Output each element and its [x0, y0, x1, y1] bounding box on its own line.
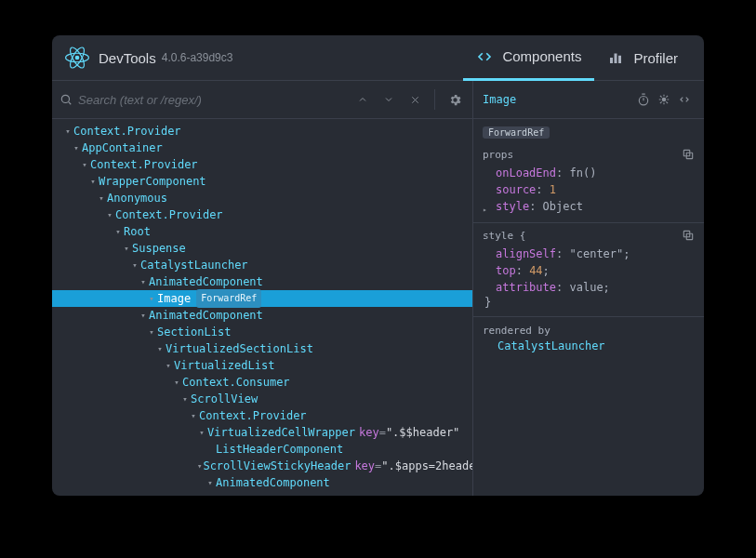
rendered-by-section: rendered by CatalystLauncher [473, 317, 704, 363]
expand-arrow-icon[interactable]: ▾ [197, 458, 202, 474]
prop-value[interactable]: Object [543, 200, 583, 213]
prop-row[interactable]: ▸style: Object [483, 198, 695, 215]
component-name: Suspense [132, 240, 186, 257]
expand-arrow-icon[interactable]: ▾ [189, 407, 198, 424]
tree-node[interactable]: ▾VirtualizedSectionList [52, 340, 472, 357]
next-match-button[interactable] [378, 89, 399, 110]
expand-arrow-icon[interactable]: ▾ [180, 391, 190, 407]
component-name: Root [124, 223, 151, 240]
svg-line-8 [69, 102, 72, 105]
tree-node[interactable]: ▾Context.Provider [52, 407, 472, 424]
copy-icon[interactable] [682, 148, 695, 161]
search-row [52, 81, 472, 119]
component-name: SectionList [157, 324, 231, 340]
expand-triangle-icon[interactable]: ▸ [483, 202, 487, 219]
tree-node[interactable]: ▾SectionList [52, 324, 472, 340]
expand-arrow-icon[interactable]: ▾ [197, 424, 206, 441]
component-name: VirtualizedCellWrapper [207, 424, 355, 441]
tree-node[interactable]: ▾ScrollViewStickyHeaderkey=".$apps=2head… [52, 458, 472, 474]
prop-value[interactable]: 44 [529, 264, 542, 277]
key-label: key [354, 458, 375, 474]
expand-arrow-icon[interactable]: ▾ [88, 173, 98, 190]
component-name: Anonymous [107, 190, 167, 206]
tree-node[interactable]: ▾Root [52, 223, 472, 240]
expand-arrow-icon[interactable]: ▾ [139, 307, 148, 324]
prev-match-button[interactable] [352, 89, 373, 110]
close-icon [410, 95, 420, 105]
prop-value[interactable]: "center" [569, 247, 623, 260]
rendered-by-link[interactable]: CatalystLauncher [483, 337, 695, 355]
settings-button[interactable] [444, 89, 465, 110]
tree-node[interactable]: ▾AnimatedComponent [52, 273, 472, 290]
tree-node[interactable]: ListHeaderComponent [52, 441, 472, 458]
svg-line-20 [666, 101, 668, 103]
tree-node[interactable]: ▾WrapperComponent [52, 173, 472, 190]
tree-node[interactable]: ▾Context.Provider [52, 206, 472, 223]
component-tree[interactable]: ▾Context.Provider▾AppContainer▾Context.P… [52, 119, 472, 496]
code-icon [678, 93, 691, 106]
component-name: WrapperComponent [99, 173, 206, 190]
inspector-header: Image [473, 81, 704, 119]
prop-row[interactable]: alignSelf: "center"; [483, 246, 695, 262]
expand-arrow-icon[interactable]: ▾ [172, 374, 181, 391]
copy-icon[interactable] [682, 229, 695, 242]
tree-node[interactable]: ▾Context.Provider [52, 156, 472, 173]
expand-arrow-icon[interactable]: ▾ [122, 240, 131, 257]
tab-components[interactable]: Components [463, 35, 594, 81]
tree-node[interactable]: ▾Context.Provider [52, 123, 472, 140]
app-version: 4.0.6-a39d9c3 [162, 51, 233, 64]
search-input[interactable] [78, 93, 347, 107]
expand-arrow-icon[interactable]: ▾ [105, 206, 114, 223]
component-name: CatalystLauncher [140, 257, 248, 273]
tree-node[interactable]: ▾AnimatedComponent [52, 307, 472, 324]
tree-node[interactable]: ▾AppContainer [52, 140, 472, 156]
expand-arrow-icon[interactable]: ▾ [63, 123, 73, 140]
devtools-window: DevTools 4.0.6-a39d9c3 Components Profil… [52, 35, 704, 496]
expand-arrow-icon[interactable]: ▾ [164, 357, 173, 374]
tree-node[interactable]: ▾Suspense [52, 240, 472, 257]
prop-row[interactable]: attribute: value; [483, 279, 695, 296]
prop-name: top [496, 264, 516, 277]
bar-chart-icon [607, 49, 624, 66]
expand-arrow-icon[interactable]: ▾ [155, 340, 165, 357]
tree-node[interactable]: ▾CatalystLauncher [52, 257, 472, 273]
tab-profiler[interactable]: Profiler [594, 35, 691, 81]
prop-name: attribute [496, 281, 556, 294]
expand-arrow-icon[interactable]: ▾ [72, 140, 81, 156]
bug-icon [657, 93, 670, 106]
expand-arrow-icon[interactable]: ▾ [80, 156, 89, 173]
code-icon [476, 48, 493, 65]
section-title-renderedby: rendered by [483, 325, 695, 337]
expand-arrow-icon[interactable]: ▾ [206, 474, 215, 491]
tree-node[interactable]: ▾Context.Consumer [52, 374, 472, 391]
chevron-down-icon [383, 94, 394, 105]
inspect-dom-button[interactable] [654, 89, 674, 110]
prop-row[interactable]: source: 1 [483, 181, 695, 198]
expand-arrow-icon[interactable]: ▾ [139, 273, 148, 290]
suspend-button[interactable] [633, 89, 654, 110]
expand-arrow-icon[interactable]: ▾ [147, 290, 156, 307]
prop-value[interactable]: value [569, 281, 603, 294]
tree-node[interactable]: ▾ScrollView [52, 391, 472, 407]
tree-node[interactable]: ▾VirtualizedCellWrapperkey=".$$header" [52, 424, 472, 441]
svg-point-14 [662, 98, 667, 102]
inspector-pane: Image ForwardRef props [473, 81, 704, 496]
component-name: AnimatedComponent [149, 307, 263, 324]
expand-arrow-icon[interactable]: ▾ [147, 324, 156, 340]
tree-node[interactable]: ▾VirtualizedList [52, 357, 472, 374]
view-source-button[interactable] [674, 89, 695, 110]
stopwatch-icon [637, 93, 650, 106]
expand-arrow-icon[interactable]: ▾ [113, 223, 123, 240]
prop-row[interactable]: top: 44; [483, 262, 695, 279]
clear-search-button[interactable] [405, 89, 425, 110]
tree-node[interactable]: ▾ImageForwardRef [52, 290, 472, 307]
component-name: ScrollViewStickyHeader [203, 458, 351, 474]
expand-arrow-icon[interactable]: ▾ [130, 257, 139, 273]
expand-arrow-icon[interactable]: ▾ [97, 190, 106, 206]
tree-node[interactable]: ▾AnimatedComponent [52, 474, 472, 491]
tree-node[interactable]: ▾Anonymous [52, 190, 472, 206]
prop-value[interactable]: 1 [550, 183, 556, 196]
prop-value[interactable]: fn() [569, 166, 596, 179]
chevron-up-icon [357, 94, 368, 105]
prop-row[interactable]: onLoadEnd: fn() [483, 165, 695, 181]
